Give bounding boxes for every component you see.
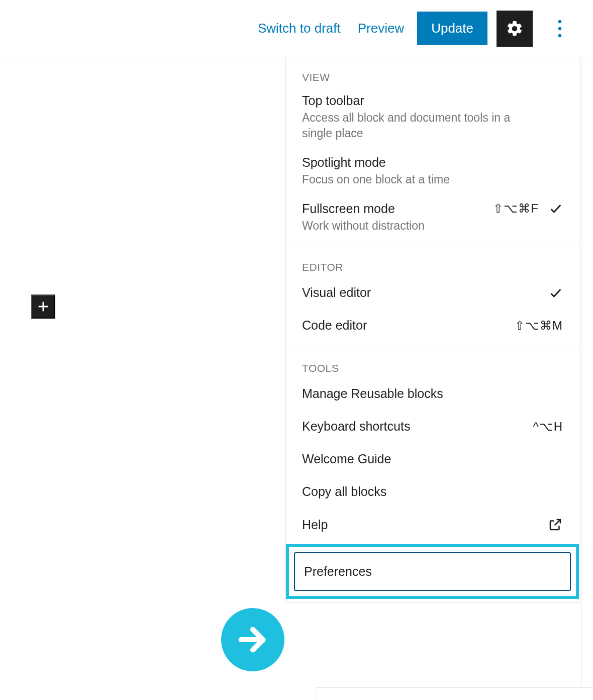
svg-point-2 (558, 34, 561, 37)
svg-point-1 (558, 27, 561, 30)
menu-label: Preferences (304, 564, 372, 579)
annotation-arrow (221, 608, 284, 671)
right-sidebar-edge (581, 57, 593, 700)
svg-point-0 (558, 20, 561, 23)
menu-item-top-toolbar[interactable]: Top toolbar Access all block and documen… (286, 86, 579, 148)
menu-label: Visual editor (302, 285, 371, 300)
menu-item-help[interactable]: Help (286, 508, 579, 541)
preview-button[interactable]: Preview (354, 16, 408, 41)
menu-label: Code editor (302, 318, 367, 333)
editor-topbar: Switch to draft Preview Update (0, 0, 593, 57)
menu-label: Copy all blocks (302, 484, 386, 499)
section-header-view: VIEW (286, 57, 579, 86)
arrow-right-icon (235, 622, 270, 657)
add-block-button[interactable] (31, 294, 55, 319)
menu-item-welcome-guide[interactable]: Welcome Guide (286, 443, 579, 475)
section-header-editor: EDITOR (286, 247, 579, 276)
menu-label: Help (302, 518, 328, 532)
menu-item-preferences[interactable]: Preferences (294, 552, 571, 591)
menu-label: Keyboard shortcuts (302, 419, 410, 434)
shortcut-text: ⇧⌥⌘F (493, 202, 539, 216)
menu-label: Top toolbar (302, 93, 513, 108)
check-icon (549, 202, 563, 216)
external-link-icon (548, 517, 563, 532)
plus-icon (36, 299, 50, 314)
menu-label: Fullscreen mode (302, 202, 425, 216)
menu-item-keyboard-shortcuts[interactable]: Keyboard shortcuts ^⌥H (286, 410, 579, 443)
section-header-tools: TOOLS (286, 348, 579, 377)
update-button[interactable]: Update (417, 12, 487, 45)
menu-label: Welcome Guide (302, 452, 391, 466)
check-icon (549, 286, 563, 300)
menu-desc: Access all block and document tools in a… (302, 110, 513, 141)
menu-item-spotlight-mode[interactable]: Spotlight mode Focus on one block at a t… (286, 148, 579, 194)
menu-item-manage-reusable-blocks[interactable]: Manage Reusable blocks (286, 377, 579, 410)
switch-to-draft-button[interactable]: Switch to draft (254, 16, 345, 41)
more-options-button[interactable] (542, 11, 578, 47)
shortcut-text: ^⌥H (533, 420, 563, 434)
gear-icon (506, 20, 524, 38)
kebab-icon (558, 20, 562, 38)
menu-item-fullscreen-mode[interactable]: Fullscreen mode Work without distraction… (286, 194, 579, 241)
menu-item-code-editor[interactable]: Code editor ⇧⌥⌘M (286, 309, 579, 342)
menu-label: Manage Reusable blocks (302, 386, 443, 401)
menu-label: Spotlight mode (302, 155, 450, 170)
preferences-highlight: Preferences (286, 544, 579, 599)
menu-item-visual-editor[interactable]: Visual editor (286, 276, 579, 309)
menu-desc: Work without distraction (302, 218, 425, 234)
options-dropdown: VIEW Top toolbar Access all block and do… (285, 57, 579, 603)
panel-fragment (316, 687, 593, 700)
menu-item-copy-all-blocks[interactable]: Copy all blocks (286, 475, 579, 508)
settings-button[interactable] (497, 11, 533, 47)
menu-desc: Focus on one block at a time (302, 172, 450, 187)
shortcut-text: ⇧⌥⌘M (515, 319, 563, 333)
